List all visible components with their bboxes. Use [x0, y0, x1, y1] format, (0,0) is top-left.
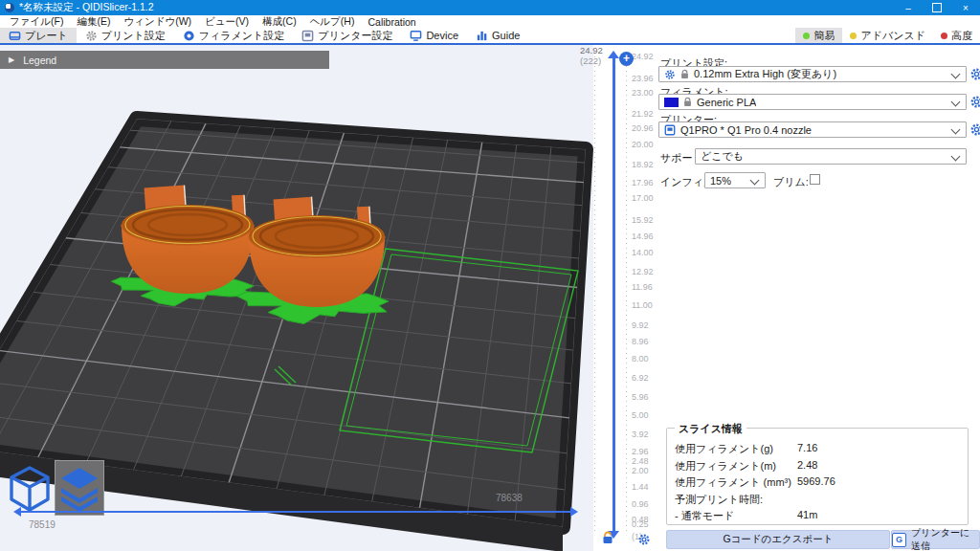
gcode-send-icon: G — [892, 533, 906, 547]
close-button[interactable]: × — [951, 0, 980, 15]
layer-tick-label: 8.00 — [632, 354, 649, 364]
tab-label: Device — [426, 30, 458, 41]
mode-simple[interactable]: 簡易 — [795, 28, 842, 43]
layer-tick-label: 5.00 — [632, 410, 649, 420]
tab-guide[interactable]: Guide — [467, 28, 528, 43]
simple-mode-dot-icon — [803, 33, 810, 39]
print-settings-value: 0.12mm Extra High (変更あり) — [694, 67, 836, 81]
window-controls: – × — [894, 0, 980, 15]
legend-collapse-icon: ▶ — [9, 55, 14, 64]
tab-print-settings[interactable]: プリント設定 — [77, 28, 174, 43]
tab-plate[interactable]: プレート — [0, 28, 77, 43]
maximize-button[interactable] — [923, 0, 951, 15]
infill-value: 15% — [710, 175, 731, 187]
slider-settings-button[interactable] — [637, 533, 651, 550]
legend-header[interactable]: ▶ Legend — [0, 51, 329, 69]
send-to-printer-button[interactable]: G プリンターに送信 — [891, 530, 980, 549]
lock-icon — [683, 97, 692, 107]
tab-device[interactable]: Device — [401, 28, 467, 43]
export-gcode-button[interactable]: Gコードのエクスポート — [666, 530, 890, 549]
layer-tick-label: 20.00 — [632, 140, 654, 149]
layer-ruler-left — [594, 56, 595, 535]
infill-combo[interactable]: 15% — [704, 172, 766, 188]
support-combo[interactable]: どこでも — [695, 148, 967, 165]
slice-info-row: - 通常モード 41m — [675, 509, 960, 526]
3d-viewport[interactable]: ▶ Legend 78519 78638 — [0, 45, 593, 551]
slice-info-title: スライス情報 — [675, 422, 746, 436]
brim-checkbox[interactable] — [810, 174, 820, 185]
tab-printer-settings[interactable]: プリンター設定 — [293, 28, 401, 43]
slider-right-arrow-icon[interactable] — [570, 507, 578, 517]
layer-tick-label: 17.96 — [632, 178, 654, 187]
gear-icon — [85, 30, 98, 42]
layer-tick-label: 18.92 — [632, 160, 654, 169]
slider-track[interactable] — [20, 511, 571, 513]
printer-value: Q1PRO * Q1 Pro 0.4 nozzle — [680, 124, 812, 136]
slice-info-row-label: - 通常モード — [675, 509, 797, 526]
menu-item[interactable]: Calibration — [361, 16, 422, 28]
layer-slider-track[interactable] — [612, 58, 615, 531]
device-icon — [410, 30, 422, 42]
printer-combo[interactable]: Q1PRO * Q1 Pro 0.4 nozzle — [658, 121, 967, 138]
mode-label: 簡易 — [813, 29, 835, 43]
chevron-down-icon — [750, 176, 760, 186]
layer-tick-label: 14.00 — [632, 248, 654, 257]
slice-info-row-label: 使用フィラメント(m) — [675, 459, 797, 476]
slice-info-row-value: 5969.76 — [797, 475, 835, 493]
layer-tick-label: 5.96 — [632, 392, 649, 402]
menu-item[interactable]: ビュー(V) — [198, 15, 256, 29]
filament-combo[interactable]: Generic PLA — [658, 94, 967, 110]
gcode-move-slider[interactable] — [13, 507, 578, 517]
mode-switcher: 簡易 アドバンスド 高度 — [795, 28, 980, 43]
layer-tick-label: 9.92 — [632, 320, 649, 330]
gcode-slider-end-value: 78638 — [496, 493, 523, 503]
guide-icon — [476, 30, 488, 42]
menu-item[interactable]: ウィンドウ(W) — [117, 15, 198, 29]
minimize-button[interactable]: – — [894, 0, 923, 15]
chevron-down-icon — [951, 98, 961, 107]
layer-tick-label: 2.96 — [632, 447, 649, 456]
slice-info-row: 使用フィラメント (mm³) 5969.76 — [675, 475, 960, 493]
menu-item[interactable]: ヘルプ(H) — [303, 15, 362, 29]
layer-tick-label: 2.48 — [632, 456, 649, 466]
edit-print-settings-button[interactable] — [969, 67, 980, 81]
expert-mode-dot-icon — [941, 33, 947, 39]
tab-label: プリント設定 — [101, 29, 166, 43]
mode-expert[interactable]: 高度 — [933, 28, 980, 43]
edit-filament-button[interactable] — [969, 95, 980, 109]
layer-ruler-right — [626, 56, 627, 535]
slice-info-row-value: 7.16 — [797, 442, 817, 459]
current-layer-number: (222) — [580, 55, 601, 66]
tab-filament-settings[interactable]: フィラメント設定 — [174, 28, 294, 43]
chevron-down-icon — [951, 152, 961, 162]
add-color-change-button[interactable]: + — [619, 52, 634, 66]
slice-info-row-label: 予測プリント時間: — [675, 493, 797, 510]
app-icon — [5, 3, 14, 12]
mode-advanced[interactable]: アドバンスド — [842, 28, 933, 43]
layer-tick-label: 6.92 — [632, 373, 649, 383]
printer-icon — [664, 124, 676, 136]
layer-tick-label: 3.92 — [632, 430, 649, 439]
plate-icon — [9, 30, 21, 42]
gear-icon — [969, 95, 980, 109]
edit-printer-button[interactable] — [969, 122, 980, 137]
layer-ruler-labels: 24.9223.9623.0021.9220.9620.0018.9217.96… — [632, 45, 657, 551]
print-settings-combo[interactable]: 0.12mm Extra High (変更あり) — [658, 66, 967, 82]
layer-tick-label: 24.92 — [632, 52, 654, 61]
menu-item[interactable]: ファイル(F) — [3, 15, 70, 29]
main-area: ▶ Legend 78519 78638 24.92 (222) — [0, 45, 980, 551]
chevron-down-icon — [951, 125, 961, 135]
layer-tick-label: 12.92 — [632, 267, 654, 276]
tab-label: Guide — [492, 30, 520, 41]
layer-tick-label: 14.96 — [632, 231, 654, 241]
gear-icon — [969, 122, 980, 137]
menu-item[interactable]: 編集(E) — [70, 15, 117, 29]
cube-icon — [8, 465, 52, 513]
slider-lock-button[interactable] — [602, 531, 613, 548]
menu-bar: ファイル(F)編集(E)ウィンドウ(W)ビュー(V)構成(C)ヘルプ(H)Cal… — [0, 15, 980, 28]
send-to-printer-label: プリンターに送信 — [911, 526, 979, 551]
layer-tick-label: 2.00 — [632, 466, 649, 475]
slice-info-row-label: 使用フィラメント(g) — [675, 442, 797, 459]
menu-item[interactable]: 構成(C) — [256, 15, 303, 29]
layer-slider: 24.92 (222) 24.9223.9623.0021.9220.9620.… — [578, 45, 657, 551]
